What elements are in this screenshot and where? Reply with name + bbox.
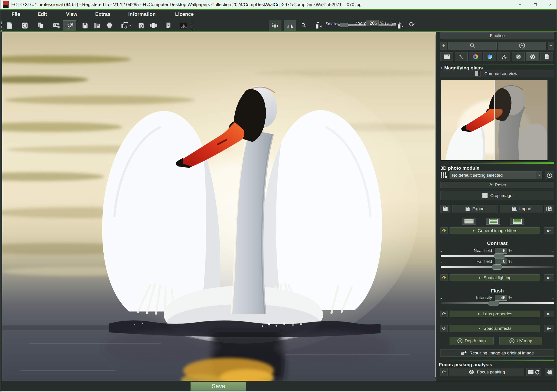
tab-color-wheel[interactable] [469, 52, 482, 61]
print-button[interactable] [104, 20, 115, 31]
search-button[interactable] [448, 42, 497, 49]
dock-left-icon: ⇤ [547, 275, 551, 281]
focus-peaking-button[interactable]: Focus peaking [450, 368, 524, 376]
uv-map-button[interactable]: ⇅ UV map [499, 337, 542, 344]
tab-texture[interactable] [441, 52, 453, 61]
import-all-button[interactable] [544, 205, 554, 213]
collapse-up-icon[interactable]: ↑ [441, 65, 442, 70]
effects-header-button[interactable]: ▼ Special effects [450, 325, 540, 332]
tab-report[interactable] [540, 52, 553, 61]
comparison-preview[interactable] [441, 80, 548, 161]
layout-normal-button[interactable] [486, 218, 500, 225]
menu-view[interactable]: View [66, 11, 77, 17]
resulting-image-button[interactable]: Resulting image as original image [441, 350, 554, 357]
zoom-step-up-icon[interactable] [397, 22, 404, 29]
lens-reset-button[interactable]: ⟳ [441, 310, 448, 317]
near-field-slider-thumb[interactable] [494, 253, 505, 259]
chevron-down-icon[interactable]: ▼ [536, 172, 542, 179]
intensity-slider[interactable] [441, 302, 554, 304]
filters-header-button[interactable]: ▼ General image filters [450, 227, 540, 234]
book-save-button[interactable] [91, 20, 103, 31]
menu-information[interactable]: Information [128, 11, 156, 17]
minimize-button[interactable]: − [515, 0, 525, 9]
preview-toggle-button[interactable] [269, 20, 281, 31]
histogram-button[interactable] [178, 20, 189, 31]
depth-map-button[interactable]: ⇅ Depth map [450, 337, 494, 344]
menu-licence[interactable]: Licence [175, 11, 194, 17]
menu-edit[interactable]: Edit [38, 11, 47, 17]
settings-gears-button[interactable] [63, 20, 76, 31]
raw-settings-button[interactable]: RAW [51, 20, 62, 31]
save-refresh-button[interactable] [135, 20, 147, 31]
crop-image-button[interactable]: Crop image [441, 191, 554, 200]
preset-dropdown[interactable]: No default setting selected ▼ [450, 171, 542, 179]
refresh-icon: ⟳ [442, 369, 446, 375]
close-button[interactable]: × [545, 0, 555, 9]
lens-dock-button[interactable]: ⇤ [544, 310, 554, 317]
far-field-value[interactable]: 0 [495, 259, 507, 264]
panorama-button[interactable] [147, 20, 159, 31]
copy-save-button[interactable] [35, 20, 47, 31]
finalise-button[interactable]: Finalise [441, 32, 554, 39]
cube-3d-button[interactable] [498, 42, 546, 49]
contrast-title: Contrast [441, 240, 554, 246]
tab-nodes[interactable] [498, 52, 510, 61]
grid-search-icon[interactable] [441, 172, 448, 179]
export-floppy-icon [465, 206, 470, 211]
far-field-slider[interactable] [441, 266, 554, 268]
spatial-header-button[interactable]: ▼ Spatial lighting [450, 274, 540, 281]
layout-normal-icon [489, 219, 498, 224]
reset-button[interactable]: ⟳ Reset [441, 182, 554, 188]
comparison-toggle[interactable] [475, 71, 481, 76]
save-button[interactable]: Save [190, 382, 246, 391]
effects-dock-button[interactable]: ⇤ [544, 325, 554, 332]
near-field-value[interactable]: 5 [495, 248, 507, 253]
history-button[interactable] [19, 20, 31, 31]
save-button-toolbar[interactable] [79, 20, 91, 31]
new-file-button[interactable] [4, 20, 15, 31]
zoom-step-down-icon[interactable] [315, 22, 322, 29]
menu-extras[interactable]: Extras [95, 11, 110, 17]
preset-preview-button[interactable] [545, 171, 554, 179]
export-all-button[interactable] [441, 205, 451, 213]
image-canvas[interactable] [2, 32, 436, 381]
mirror-toggle-button[interactable] [284, 20, 296, 31]
menu-file[interactable]: File [12, 11, 20, 17]
tab-color-cube[interactable] [483, 52, 496, 61]
toolbar-drag-handle[interactable] [1, 21, 2, 31]
tab-retouch[interactable] [455, 52, 468, 61]
effects-reset-button[interactable]: ⟳ [441, 325, 448, 332]
rotate-icon[interactable]: ⟳ [409, 20, 415, 28]
focus-peaking-label: Focus peaking [477, 370, 505, 375]
lens-header-button[interactable]: ▼ Lens properties [450, 310, 540, 317]
export-button[interactable]: Export [452, 205, 498, 213]
transparency-pattern-icon[interactable] [302, 23, 306, 28]
zoom-slider-thumb[interactable] [339, 23, 348, 27]
layout-dense-button[interactable] [510, 218, 524, 225]
tab-clone[interactable] [512, 52, 525, 61]
near-field-slider[interactable] [441, 255, 554, 257]
import-button[interactable]: Import [500, 205, 543, 213]
add-button[interactable]: + [441, 42, 447, 49]
filters-reset-button[interactable]: ⟳ [441, 227, 448, 234]
export-to-pc-button[interactable] [119, 20, 133, 31]
near-field-label: Near field [441, 248, 492, 253]
filters-dock-button[interactable]: ⇤ [544, 227, 554, 234]
spatial-reset-button[interactable]: ⟳ [441, 274, 448, 281]
magnifier-header[interactable]: ↑ Magnifying glass [441, 65, 554, 71]
remove-button[interactable]: − [548, 42, 554, 49]
maximize-button[interactable]: □ [530, 0, 540, 9]
history-clock-icon [22, 22, 28, 29]
focus-reset-button[interactable]: ⟳ [441, 368, 448, 376]
intensity-value[interactable]: 45 [495, 295, 507, 301]
layout-compact-button[interactable] [462, 218, 476, 225]
zoom-value-input[interactable]: 206 [366, 20, 379, 26]
tab-aperture[interactable] [526, 52, 539, 61]
intensity-slider-thumb[interactable] [488, 301, 499, 306]
spatial-dock-button[interactable]: ⇤ [544, 274, 554, 281]
focus-revert-button[interactable] [526, 368, 541, 376]
document-preview-button[interactable] [163, 20, 175, 31]
far-field-slider-thumb[interactable] [491, 264, 502, 270]
panel-scrollbar[interactable] [435, 35, 436, 377]
focus-save-button[interactable] [545, 368, 554, 376]
